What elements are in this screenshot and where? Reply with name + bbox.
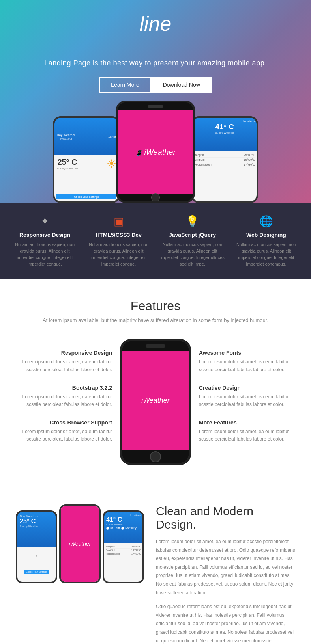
learn-more-button[interactable]: Learn More — [99, 77, 151, 93]
web-icon: 🌐 — [233, 215, 299, 228]
phone-right: Locations 41° C Sunny Weather Beograd25°… — [191, 116, 258, 203]
feature-block-more: More Features Lorem ipsum dolor sit amet… — [199, 419, 295, 443]
feature-desc-responsive: Nullam ac rhoncus sapien, non gravida pu… — [12, 241, 78, 267]
small-phone-2: iWeather — [59, 504, 101, 583]
feature-fonts-title: Awesome Fonts — [199, 350, 295, 356]
site-logo: line — [8, 12, 303, 35]
feature-responsive-title: Responsive Design — [16, 350, 112, 356]
feature-creative-title: Creative Design — [199, 385, 295, 391]
feature-desc-web: Nullam ac rhoncus sapien, non gravida pu… — [233, 241, 299, 267]
clean-text: Clean and Modern Design. Lorem ipsum dol… — [156, 504, 295, 644]
feature-desc-js: Nullam ac rhoncus sapien, non gravida pu… — [159, 241, 225, 267]
phones-group: Day Weather 25° C Sunny Weather ☀ Check … — [16, 504, 144, 583]
feature-title-js: JavaScript jQuery — [159, 232, 225, 238]
clean-paragraph-1: Lorem ipsum dolor sit amet, ea eum labit… — [156, 538, 295, 597]
feature-responsive-desc: Lorem ipsum dolor sit amet, ea eum labit… — [16, 358, 112, 373]
feature-title-responsive: Responsive Design — [12, 232, 78, 238]
feature-item-js: 💡 JavaScript jQuery Nullam ac rhoncus sa… — [156, 215, 229, 267]
feature-desc-html5: Nullam ac rhoncus sapien, non gravida pu… — [86, 241, 152, 267]
check-settings: Check Your Settings — [56, 194, 116, 199]
feature-bootstrap-title: Bootstrap 3.2.2 — [16, 385, 112, 391]
js-icon: 💡 — [159, 215, 225, 228]
feature-browser-desc: Lorem ipsum dolor sit amet, ea eum labit… — [16, 428, 112, 443]
features-iweather: iWeather — [141, 396, 170, 405]
feature-fonts-desc: Lorem ipsum dolor sit amet, ea eum labit… — [199, 358, 295, 373]
small-phone-1: Day Weather 25° C Sunny Weather ☀ Check … — [16, 510, 57, 583]
feature-block-bootstrap: Bootstrap 3.2.2 Lorem ipsum dolor sit am… — [16, 385, 112, 408]
small-phone-iweather: iWeather — [69, 541, 91, 547]
weather-type-right: Sunny Weather — [195, 131, 255, 134]
feature-browser-title: Cross-Browser Support — [16, 419, 112, 426]
download-now-button[interactable]: Download Now — [151, 77, 212, 93]
feature-block-fonts: Awesome Fonts Lorem ipsum dolor sit amet… — [199, 350, 295, 373]
temp-left: 25° C — [56, 158, 78, 167]
clean-modern-section: Day Weather 25° C Sunny Weather ☀ Check … — [0, 485, 311, 644]
hero-section: line Landing Page is the best way to pre… — [0, 0, 311, 203]
weather-desc-left: Sunny Weather — [56, 167, 78, 170]
features-strip: ✦ Responsive Design Nullam ac rhoncus sa… — [0, 203, 311, 279]
feature-title-web: Web Designing — [233, 232, 299, 238]
feature-creative-desc: Lorem ipsum dolor sit amet, ea eum labit… — [199, 393, 295, 408]
features-right-column: Awesome Fonts Lorem ipsum dolor sit amet… — [199, 350, 295, 454]
features-title: Features — [16, 299, 295, 313]
feature-item-responsive: ✦ Responsive Design Nullam ac rhoncus sa… — [8, 215, 82, 267]
responsive-icon: ✦ — [12, 215, 78, 228]
phone-left: Day Weather Next Sol 18:48 25° C Sunny W… — [53, 116, 120, 203]
feature-block-creative: Creative Design Lorem ipsum dolor sit am… — [199, 385, 295, 408]
features-center-phone: iWeather — [120, 339, 191, 465]
feature-block-browser: Cross-Browser Support Lorem ipsum dolor … — [16, 419, 112, 443]
feature-bootstrap-desc: Lorem ipsum dolor sit amet, ea eum labit… — [16, 393, 112, 408]
small-phone-3: Locations 41° C Sunny Weather ⬤ 3h Earth… — [103, 510, 144, 583]
feature-item-html5: ▣ HTML5/CSS3 Dev Nullam ac rhoncus sapie… — [82, 215, 156, 267]
clean-title: Clean and Modern Design. — [156, 504, 295, 531]
feature-more-title: More Features — [199, 419, 295, 426]
html5-icon: ▣ — [86, 215, 152, 228]
feature-item-web: 🌐 Web Designing Nullam ac rhoncus sapien… — [229, 215, 303, 267]
features-grid: Responsive Design Lorem ipsum dolor sit … — [16, 339, 295, 465]
phone-center: 📱 iWeather — [116, 101, 195, 203]
clean-paragraph-2: Odio quaeque reformidans est eu, expeten… — [156, 603, 295, 644]
features-left-column: Responsive Design Lorem ipsum dolor sit … — [16, 350, 112, 454]
temp-right: 41° C — [195, 123, 255, 131]
iweather-center: iWeather — [144, 148, 176, 156]
feature-more-desc: Lorem ipsum dolor sit amet, ea eum labit… — [199, 428, 295, 443]
hero-buttons: Learn More Download Now — [8, 77, 303, 93]
feature-block-responsive: Responsive Design Lorem ipsum dolor sit … — [16, 350, 112, 373]
hero-phones: Day Weather Next Sol 18:48 25° C Sunny W… — [8, 108, 303, 203]
hero-tagline: Landing Page is the best way to present … — [8, 59, 303, 67]
feature-title-html5: HTML5/CSS3 Dev — [86, 232, 152, 238]
features-subtitle: At lorem ipsum available, but the majori… — [16, 317, 295, 323]
main-features-section: Features At lorem ipsum available, but t… — [0, 279, 311, 485]
